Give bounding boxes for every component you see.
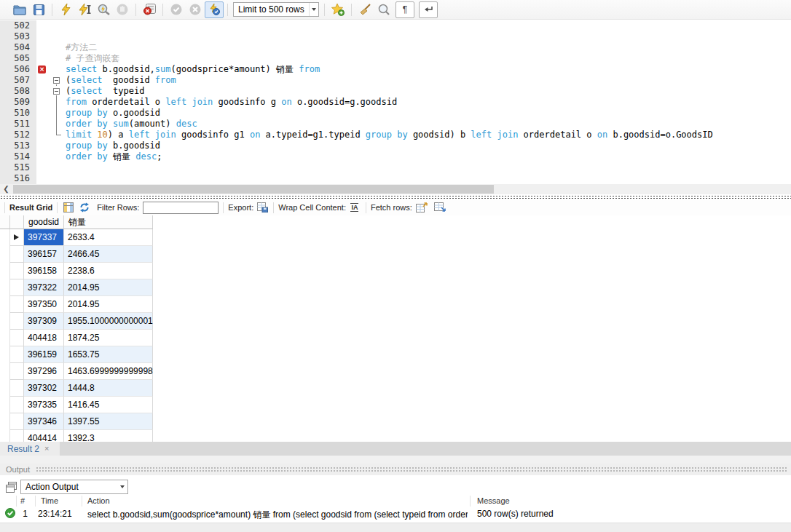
sales-cell[interactable]: 1955.1000000000001	[64, 313, 153, 330]
row-header-cell[interactable]	[10, 263, 24, 279]
find-button[interactable]	[374, 1, 393, 18]
line-marker-margin	[36, 75, 48, 86]
code-line[interactable]: 506✕select b.goodsid,sum(goodsprice*amou…	[0, 64, 791, 75]
row-header-cell[interactable]	[10, 229, 24, 246]
row-header-cell[interactable]	[10, 296, 24, 313]
commit-button[interactable]	[167, 1, 186, 18]
output-view-button[interactable]	[4, 481, 17, 493]
code-line[interactable]: 507(select goodsid from	[0, 75, 791, 86]
explain-button[interactable]	[94, 1, 113, 18]
grid-view-button[interactable]	[62, 202, 75, 213]
goodsid-cell[interactable]: 404414	[24, 430, 64, 442]
execute-button[interactable]	[56, 1, 75, 18]
sales-cell[interactable]: 2466.45	[64, 246, 153, 263]
grid-column-header-goodsid[interactable]: goodsid	[24, 215, 64, 229]
code-line[interactable]: 508(select typeid	[0, 86, 791, 97]
row-header-cell[interactable]	[10, 330, 24, 346]
scroll-left-arrow-icon[interactable]: ❮	[0, 184, 12, 194]
fold-margin[interactable]	[48, 75, 66, 86]
execute-current-icon	[79, 4, 91, 15]
code-line[interactable]: 503	[0, 31, 791, 42]
show-invisibles-toggle[interactable]: ¶	[396, 1, 414, 18]
sales-cell[interactable]: 1874.25	[64, 330, 153, 346]
editor-hscrollbar[interactable]: ❮	[0, 184, 791, 194]
stop-on-error-toggle[interactable]	[140, 1, 159, 18]
result-tab[interactable]: Result 2 ×	[0, 442, 60, 456]
output-view-dropdown[interactable]: Action Output	[20, 480, 128, 494]
fold-collapse-icon[interactable]	[53, 77, 60, 84]
goodsid-cell[interactable]: 397296	[24, 363, 64, 380]
row-header-cell[interactable]	[10, 313, 24, 330]
sales-cell[interactable]: 1397.55	[64, 413, 153, 430]
goodsid-cell[interactable]: 397350	[24, 296, 64, 313]
filter-rows-input[interactable]	[143, 202, 219, 214]
sales-cell[interactable]: 2014.95	[64, 279, 153, 296]
sales-cell[interactable]: 1463.6999999999998	[64, 363, 153, 380]
rollback-button[interactable]	[186, 1, 205, 18]
code-line[interactable]: 505# 子查询嵌套	[0, 53, 791, 64]
code-line[interactable]: 510group by o.goodsid	[0, 108, 791, 119]
refresh-button[interactable]	[78, 202, 91, 213]
goodsid-cell[interactable]: 397322	[24, 279, 64, 296]
output-row[interactable]: 123:14:21select b.goodsid,sum(goodsprice…	[0, 507, 791, 522]
beautify-button[interactable]	[355, 1, 374, 18]
code-line[interactable]: 512limit 10) a left join goodsinfo g1 on…	[0, 130, 791, 140]
goodsid-cell[interactable]: 396159	[24, 346, 64, 363]
sales-cell[interactable]: 2238.6	[64, 263, 153, 279]
goodsid-cell[interactable]: 397335	[24, 397, 64, 413]
code-line[interactable]: 504#方法二	[0, 42, 791, 53]
row-header-cell[interactable]	[10, 380, 24, 397]
sales-cell[interactable]: 2014.95	[64, 296, 153, 313]
row-header-cell[interactable]	[10, 413, 24, 430]
code-text: from orderdetail o left join goodsinfo g…	[66, 97, 397, 108]
row-header-cell[interactable]	[10, 430, 24, 442]
row-header-cell[interactable]	[10, 246, 24, 263]
sales-cell[interactable]: 1416.45	[64, 397, 153, 413]
grid-left-strip	[0, 397, 10, 413]
row-header-cell[interactable]	[10, 346, 24, 363]
fetch-more-rows-button[interactable]	[415, 202, 428, 213]
code-line[interactable]: 509from orderdetail o left join goodsinf…	[0, 97, 791, 108]
close-tab-icon[interactable]: ×	[44, 445, 49, 453]
code-line[interactable]: 511order by sum(amount) desc	[0, 119, 791, 130]
hscrollbar-thumb[interactable]	[13, 185, 494, 194]
goodsid-cell[interactable]: 397346	[24, 413, 64, 430]
bottom-status-strip	[0, 523, 791, 532]
goodsid-cell[interactable]: 397302	[24, 380, 64, 397]
code-line[interactable]: 515	[0, 162, 791, 173]
code-line[interactable]: 516	[0, 173, 791, 184]
autocommit-toggle[interactable]	[205, 1, 224, 18]
stop-button[interactable]	[113, 1, 132, 18]
save-snippet-button[interactable]	[328, 1, 347, 18]
sales-cell[interactable]: 2633.4	[64, 229, 153, 246]
row-header-cell[interactable]	[10, 397, 24, 413]
code-line[interactable]: 513group by b.goodsid	[0, 140, 791, 151]
sales-cell[interactable]: 1653.75	[64, 346, 153, 363]
sales-cell[interactable]: 1444.8	[64, 380, 153, 397]
execute-current-statement-button[interactable]	[75, 1, 94, 18]
goodsid-cell[interactable]: 396158	[24, 263, 64, 279]
fetch-all-rows-button[interactable]	[434, 202, 447, 213]
fold-margin[interactable]	[48, 86, 66, 97]
code-line[interactable]: 502	[0, 20, 791, 31]
open-script-button[interactable]	[10, 1, 29, 18]
goodsid-cell[interactable]: 397309	[24, 313, 64, 330]
code-line[interactable]: 514order by 销量 desc;	[0, 151, 791, 162]
goodsid-cell[interactable]: 404418	[24, 330, 64, 346]
fold-line-end	[56, 135, 61, 135]
row-header-cell[interactable]	[10, 279, 24, 296]
grid-column-header-sales[interactable]: 销量	[64, 215, 153, 229]
goodsid-cell[interactable]: 397337	[24, 229, 64, 246]
output-panel-header[interactable]: Output	[0, 464, 791, 475]
row-header-cell[interactable]	[10, 363, 24, 380]
limit-rows-dropdown[interactable]: Limit to 500 rows	[233, 2, 319, 17]
wrap-cell-toggle[interactable]: IA	[348, 202, 361, 213]
fold-collapse-icon[interactable]	[53, 88, 60, 95]
save-script-button[interactable]	[29, 1, 48, 18]
sales-cell[interactable]: 1392.3	[64, 430, 153, 442]
sql-editor[interactable]: 502503504#方法二505# 子查询嵌套506✕select b.good…	[0, 20, 791, 184]
wrap-text-toggle[interactable]	[419, 1, 438, 18]
export-label: Export:	[228, 203, 253, 212]
export-button[interactable]	[256, 202, 269, 213]
goodsid-cell[interactable]: 396157	[24, 246, 64, 263]
